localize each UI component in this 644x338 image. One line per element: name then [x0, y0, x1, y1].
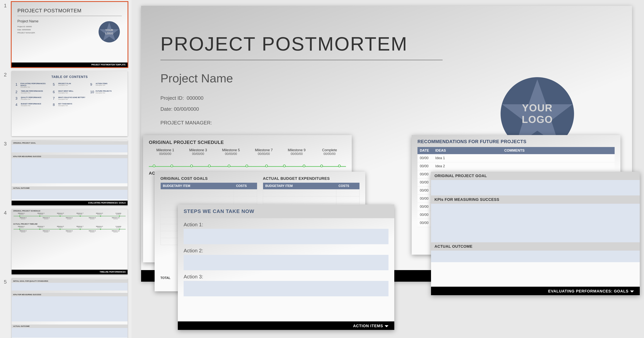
section-body	[12, 190, 128, 199]
card-steps[interactable]: STEPS WE CAN TAKE NOW Action 1: Action 2…	[178, 204, 394, 330]
action-2-label: Action 2:	[178, 244, 394, 255]
timeline-line	[149, 166, 346, 167]
slide-thumbnail-3[interactable]: ORIGINAL PROJECT GOAL KPIs FOR MEASURING…	[12, 140, 128, 205]
slide-thumbnail-2[interactable]: TABLE OF CONTENTS 1EVALUATING PERFORMANC…	[12, 71, 128, 136]
action-1-box[interactable]	[184, 229, 388, 244]
section-header: INITIAL GOAL FOR QUALITY STANDARDS	[12, 279, 128, 283]
arrow-down-icon	[630, 291, 634, 293]
meta-line: Project ID: 000000	[18, 25, 35, 28]
toc-grid: 1EVALUATING PERFORMANCES: GOALSDescripti…	[16, 83, 124, 107]
goal-h3: ACTUAL OUTCOME	[431, 242, 640, 251]
thumb-number: 1	[4, 2, 12, 9]
section-body	[12, 328, 128, 338]
slide-thumbnail-1[interactable]: PROJECT POSTMORTEM Project Name Project …	[12, 2, 128, 67]
thumbnail-panel: 1 PROJECT POSTMORTEM Project Name Projec…	[0, 0, 132, 338]
milestone-grid: Milestone 100/00/00Milestone 300/00/00Mi…	[149, 148, 346, 156]
cost-right-title: ACTUAL BUDGET EXPENDITURES	[263, 176, 360, 181]
milestone-row: Milestone 200/00/00Milestone 400/00/00Mi…	[12, 230, 128, 233]
slide-thumbnail-4[interactable]: ORIGINAL PROJECT SCHEDULE Milestone 100/…	[12, 209, 128, 274]
rec-title: RECOMMENDATIONS FOR FUTURE PROJECTS	[418, 139, 614, 144]
action-2-box[interactable]	[184, 255, 388, 270]
section-body	[12, 296, 128, 322]
thumb-number: 2	[4, 71, 12, 78]
card-title: ORIGINAL PROJECT SCHEDULE	[149, 140, 346, 145]
divider	[160, 60, 442, 60]
timeline-line	[14, 216, 126, 216]
action-1-label: Action 1:	[178, 218, 394, 229]
section-header: ORIGINAL PROJECT SCHEDULE	[12, 209, 128, 213]
slide-subtitle[interactable]: Project Name	[160, 71, 233, 85]
arrow-down-icon	[384, 325, 388, 327]
meta-line: PROJECT MANAGER:	[18, 31, 35, 34]
cost-left-title: ORIGINAL COST GOALS	[160, 176, 257, 181]
thumb-footer: TIMELINE PERFORMANCES	[12, 270, 128, 274]
timeline-line	[14, 229, 126, 229]
slide-meta[interactable]: Project ID: 000000 Date: 00/00/0000 PROJ…	[160, 93, 212, 129]
section-body	[12, 283, 128, 291]
section-body	[12, 158, 128, 183]
divider	[18, 16, 122, 16]
card-goals[interactable]: ORIGINAL PROJECT GOAL KPIs FOR MEASURING…	[431, 172, 640, 295]
logo-badge: YOURLOGO	[98, 21, 120, 42]
action-3-label: Action 3:	[178, 270, 394, 281]
goal-box-2[interactable]	[431, 204, 640, 242]
milestone-row: Milestone 200/00/00Milestone 400/00/00Mi…	[12, 217, 128, 219]
milestone-row: Milestone 100/00/00Milestone 300/00/00Mi…	[12, 213, 128, 215]
slide-thumbnail-5[interactable]: INITIAL GOAL FOR QUALITY STANDARDS KPIs …	[12, 278, 128, 338]
goal-h2: KPIs FOR MEASURING SUCCESS	[431, 195, 640, 204]
total-label: TOTAL	[160, 276, 170, 280]
card-footer: ACTION ITEMS	[178, 322, 394, 330]
thumb-footer: EVALUATING PERFORMANCES: GOALS	[12, 201, 128, 205]
thumb-title: PROJECT POSTMORTEM	[18, 8, 82, 14]
project-id-line: Project ID: 000000	[160, 93, 212, 104]
logo-text: YOURLOGO	[522, 102, 553, 125]
slide-title[interactable]: PROJECT POSTMORTEM	[160, 33, 408, 55]
section-header: ACTUAL OUTCOME	[12, 186, 128, 190]
goal-box-3[interactable]	[431, 251, 640, 262]
milestone-row: Milestone 100/00/00Milestone 300/00/00Mi…	[12, 226, 128, 228]
meta-line: Date: 00/00/0000	[18, 28, 35, 31]
section-body	[12, 145, 128, 153]
goal-box-1[interactable]	[431, 180, 640, 195]
section-header: ORIGINAL PROJECT GOAL	[12, 141, 128, 145]
date-line: Date: 00/00/0000	[160, 104, 212, 115]
steps-title: STEPS WE CAN TAKE NOW	[178, 204, 394, 218]
thumb-meta: Project ID: 000000 Date: 00/00/0000 PROJ…	[18, 25, 35, 34]
goal-h1: ORIGINAL PROJECT GOAL	[431, 172, 640, 180]
thumb-footer: PROJECT POSTMORTEM TEMPLATE	[12, 62, 128, 67]
section-header: KPIs FOR MEASURING SUCCESS	[12, 293, 128, 296]
thumb-subtitle: Project Name	[18, 19, 38, 23]
thumb-number: 5	[4, 278, 12, 285]
toc-title: TABLE OF CONTENTS	[12, 75, 128, 79]
section-header: KPIs FOR MEASURING SUCCESS	[12, 155, 128, 158]
section-header: ACTUAL PROJECT TIMELINE	[12, 222, 128, 226]
thumb-number: 3	[4, 140, 12, 147]
card-footer: EVALUATING PERFORMANCES: GOALS	[431, 287, 640, 295]
thumb-number: 4	[4, 209, 12, 216]
main-canvas: PROJECT POSTMORTEM Project Name Project …	[135, 0, 644, 338]
pm-line: PROJECT MANAGER:	[160, 117, 212, 128]
action-3-box[interactable]	[184, 281, 388, 296]
logo-text: YOURLOGO	[105, 28, 113, 35]
section-header: ACTUAL OUTCOME	[12, 325, 128, 328]
